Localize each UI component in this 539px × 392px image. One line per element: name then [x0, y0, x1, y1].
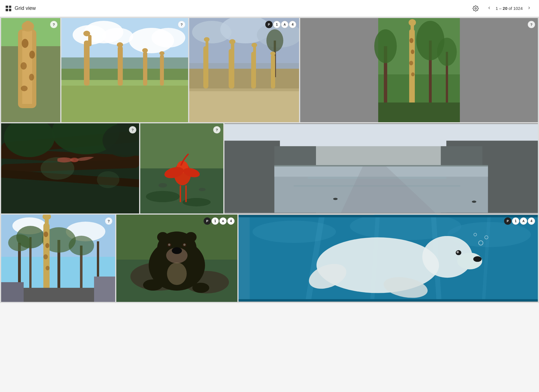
badge-container-3: P 1 A 4: [265, 21, 296, 28]
svg-point-17: [102, 28, 133, 45]
svg-point-150: [252, 221, 336, 243]
svg-point-157: [473, 256, 482, 262]
svg-rect-88: [185, 185, 187, 202]
svg-point-8: [21, 62, 27, 70]
pagination: 1 – 20 of 1024: [485, 5, 533, 12]
svg-point-125: [43, 254, 48, 259]
svg-rect-96: [224, 141, 280, 213]
svg-point-91: [159, 183, 167, 188]
badge-p-10: P: [504, 217, 511, 225]
svg-point-124: [45, 243, 49, 248]
range-dash: –: [499, 6, 503, 11]
svg-rect-24: [88, 35, 92, 46]
badge-num-3: 1: [273, 21, 280, 28]
svg-point-58: [374, 29, 397, 63]
header: Grid view 1 – 20 of 1024: [0, 0, 539, 17]
grid-row-1: ?: [1, 18, 538, 122]
svg-point-126: [46, 266, 50, 270]
grid-item-6[interactable]: ?: [140, 123, 223, 213]
svg-point-144: [183, 244, 186, 246]
svg-point-92: [199, 188, 206, 191]
pagination-range: 1 – 20 of 1024: [496, 6, 523, 11]
svg-rect-48: [251, 52, 256, 88]
svg-point-119: [69, 236, 94, 255]
header-right: 1 – 20 of 1024: [471, 4, 533, 13]
svg-point-140: [172, 247, 182, 254]
of-text: of: [509, 6, 513, 11]
grid-item-8[interactable]: ?: [1, 215, 115, 302]
grid-item-5[interactable]: ?: [1, 123, 139, 213]
svg-point-44: [204, 37, 210, 42]
range-end: 20: [503, 6, 507, 11]
grid-item-9[interactable]: P 1 A 4: [116, 215, 237, 302]
svg-rect-87: [180, 185, 181, 202]
grid-item-4[interactable]: ?: [300, 18, 538, 122]
svg-point-47: [229, 39, 235, 44]
svg-point-104: [333, 198, 338, 200]
svg-point-67: [411, 72, 415, 76]
svg-point-143: [168, 244, 170, 246]
grid-item-1[interactable]: ?: [1, 18, 60, 122]
badge-count-3: 4: [289, 21, 296, 28]
help-badge-5[interactable]: ?: [129, 126, 136, 133]
svg-point-78: [97, 171, 119, 188]
svg-point-29: [142, 48, 148, 53]
grid-item-10[interactable]: P 1 A 4: [239, 215, 538, 302]
svg-point-105: [472, 201, 476, 203]
svg-point-65: [411, 50, 414, 54]
svg-point-19: [152, 28, 185, 48]
svg-rect-22: [61, 57, 188, 80]
header-left: Grid view: [6, 5, 36, 11]
svg-rect-153: [239, 215, 250, 302]
svg-point-0: [475, 8, 476, 9]
svg-point-7: [29, 51, 35, 59]
badge-container-10: P 1 A 4: [504, 217, 535, 225]
badge-p-3: P: [265, 21, 273, 28]
svg-rect-106: [274, 165, 488, 166]
svg-rect-49: [253, 46, 256, 56]
svg-rect-12: [25, 21, 30, 29]
badge-count-10: 4: [528, 217, 535, 225]
help-badge-6[interactable]: ?: [213, 126, 220, 133]
svg-point-147: [192, 283, 209, 293]
help-badge-8[interactable]: ?: [105, 217, 112, 225]
grid-item-3[interactable]: P 1 A 4: [189, 18, 299, 122]
svg-point-63: [409, 19, 416, 26]
svg-rect-26: [118, 46, 123, 86]
svg-point-146: [143, 279, 163, 291]
next-page-button[interactable]: [525, 5, 533, 12]
image-grid: ?: [0, 17, 539, 303]
svg-point-41: [266, 29, 283, 52]
badge-count-9: 4: [227, 217, 235, 225]
svg-point-137: [157, 232, 168, 242]
svg-point-52: [270, 52, 275, 55]
svg-rect-166: [239, 299, 538, 301]
svg-point-27: [117, 42, 123, 47]
grid-item-2[interactable]: ?: [61, 18, 188, 122]
grid-item-7[interactable]: [224, 123, 538, 213]
prev-page-button[interactable]: [485, 5, 493, 12]
svg-point-64: [409, 38, 413, 43]
help-badge-2[interactable]: ?: [178, 21, 185, 28]
settings-button[interactable]: [471, 4, 480, 13]
svg-rect-45: [229, 49, 234, 88]
range-start: 1: [496, 6, 498, 11]
help-badge-4[interactable]: ?: [528, 21, 535, 28]
svg-point-145: [167, 262, 187, 285]
badge-a-3: A: [281, 21, 288, 28]
svg-rect-30: [160, 55, 164, 86]
help-badge-1[interactable]: ?: [50, 21, 57, 28]
svg-rect-128: [1, 282, 24, 302]
badge-num-9: 1: [211, 217, 219, 225]
svg-rect-28: [143, 52, 147, 86]
svg-rect-165: [239, 215, 538, 217]
svg-rect-23: [84, 41, 90, 86]
badge-num-10: 1: [512, 217, 519, 225]
svg-point-9: [29, 74, 34, 81]
svg-point-117: [16, 226, 44, 248]
svg-rect-68: [378, 103, 460, 122]
grid-row-2: ?: [1, 123, 538, 213]
svg-rect-42: [203, 46, 208, 88]
svg-point-138: [185, 232, 197, 242]
svg-point-50: [251, 43, 257, 47]
